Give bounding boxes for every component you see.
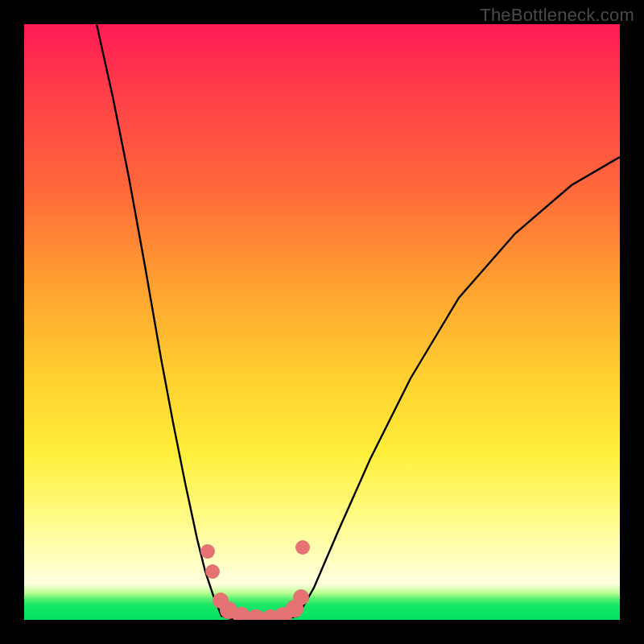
curve-path (97, 24, 620, 620)
valley-dot (205, 564, 220, 579)
chart-svg (24, 24, 620, 620)
valley-dot (200, 544, 215, 559)
plot-area (24, 24, 620, 620)
valley-dot (295, 540, 310, 555)
bottleneck-curve (97, 24, 620, 620)
chart-frame: TheBottleneck.com (0, 0, 644, 644)
valley-dot (293, 589, 309, 605)
watermark-label: TheBottleneck.com (480, 5, 634, 26)
valley-dots (200, 540, 310, 620)
